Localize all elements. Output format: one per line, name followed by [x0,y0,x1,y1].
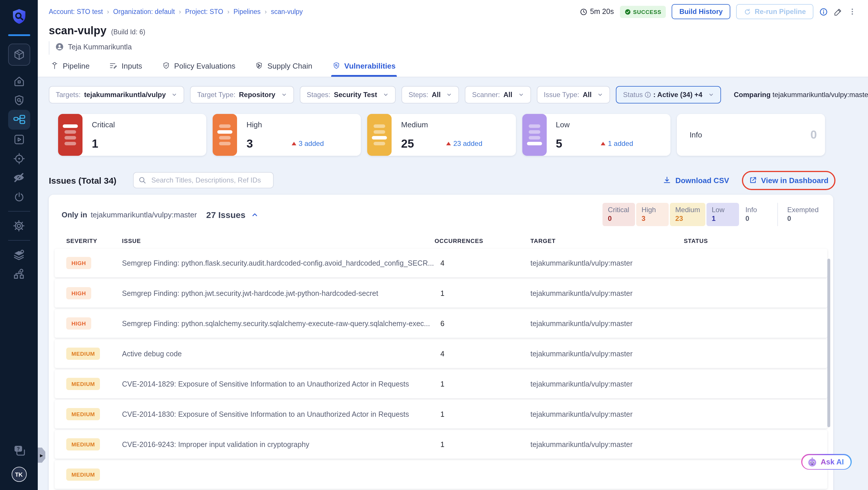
user-avatar[interactable]: TK [11,467,26,482]
col-issue: ISSUE [122,238,435,244]
issue-group-header: Only in tejakummarikuntla/vulpy:master 2… [49,195,833,232]
issues-search-input[interactable] [133,172,274,188]
left-nav-sidebar: ? TK [0,0,38,490]
download-csv-button[interactable]: Download CSV [663,176,729,185]
filter-target-type[interactable]: Target Type:Repository [190,86,294,103]
crosshair-target-icon [12,152,25,165]
col-severity: SEVERITY [66,238,122,244]
low-count: 5 [556,137,562,151]
build-history-button[interactable]: Build History [672,4,730,19]
sidebar-item-executions[interactable] [8,130,30,149]
build-duration: 5m 20s [580,7,614,16]
search-icon [138,176,147,184]
chip-medium[interactable]: Medium23 [670,203,705,226]
check-circle-icon [624,8,631,15]
breadcrumb-organization[interactable]: Organization: default [113,8,175,15]
page-title: scan-vulpy [49,24,106,37]
person-icon [55,42,64,51]
eye-slash-icon [12,171,26,184]
triangle-up-icon [292,142,296,145]
chip-high[interactable]: High3 [637,203,669,226]
module-cube-icon [12,48,25,61]
col-occurrences: OCCURRENCES [435,238,530,244]
rerun-pipeline-button[interactable]: Re-run Pipeline [736,4,813,19]
filter-steps[interactable]: Steps:All [401,86,459,103]
severity-card-info: Info 0 [677,114,825,156]
tab-supply-chain[interactable]: Supply Chain [254,55,313,77]
chip-exempted[interactable]: Exempted0 [777,203,824,226]
more-options-button[interactable] [848,7,857,16]
sidebar-item-home[interactable] [8,71,30,91]
filter-stages[interactable]: Stages:Security Test [300,86,396,103]
module-selector-button[interactable] [8,43,30,66]
low-added-link[interactable]: 1 added [601,140,633,148]
table-row[interactable]: MEDIUM [55,460,827,489]
tab-vulnerabilities[interactable]: Vulnerabilities [331,55,397,77]
sidebar-item-get-started[interactable] [8,187,30,206]
build-author-row: Teja Kummarikuntla [49,41,868,55]
ai-mascot-icon [807,457,817,467]
table-row[interactable]: MEDIUM CVE-2014-1830: Exposure of Sensit… [55,400,827,428]
build-id: (Build Id: 6) [111,29,146,35]
sto-module-logo-icon[interactable] [9,7,28,29]
medium-severity-bar-icon [368,114,392,156]
info-count: 0 [810,128,817,142]
sidebar-item-targets[interactable] [8,149,30,168]
breadcrumb-current[interactable]: scan-vulpy [271,8,303,15]
help-chat-button[interactable]: ? [8,440,30,460]
table-row[interactable]: HIGH Semgrep Finding: python.sqlalchemy.… [55,309,827,338]
sidebar-item-test-targets[interactable] [8,91,30,110]
table-row[interactable]: HIGH Semgrep Finding: python.jwt.securit… [55,279,827,307]
sidebar-item-exemptions[interactable] [8,168,30,187]
executions-play-icon [12,133,25,146]
triangle-up-icon [446,142,451,145]
tab-pipeline[interactable]: Pipeline [50,55,91,77]
severity-badge: MEDIUM [66,347,100,360]
issues-total-title: Issues (Total 34) [49,175,117,185]
ask-ai-button[interactable]: Ask AI [801,454,852,470]
tab-inputs[interactable]: Inputs [108,55,144,77]
chip-info[interactable]: Info0 [740,203,773,226]
table-row[interactable]: MEDIUM Active debug code 4 tejakummariku… [55,339,827,368]
table-row[interactable]: MEDIUM CVE-2014-1829: Exposure of Sensit… [55,370,827,398]
shield-network-icon [255,62,263,70]
table-row[interactable]: HIGH Semgrep Finding: python.flask.secur… [55,249,827,277]
medium-added-link[interactable]: 23 added [446,140,482,148]
severity-badge: MEDIUM [66,408,100,420]
app-window: ? TK ▶ Account: STO test › Organization:… [0,0,868,490]
breadcrumb-project[interactable]: Project: STO [185,8,223,15]
breadcrumb-pipelines[interactable]: Pipelines [234,8,260,15]
chevron-up-icon[interactable] [251,211,259,218]
info-button[interactable] [819,7,828,16]
sidebar-item-project-settings[interactable] [8,216,30,236]
shield-search-icon [12,94,25,106]
edit-pipeline-button[interactable] [834,7,842,16]
sidebar-item-account-resources[interactable] [8,245,30,265]
view-in-dashboard-button[interactable]: View in Dashboard [749,176,829,185]
severity-badge: HIGH [66,317,91,330]
high-added-link[interactable]: 3 added [292,140,324,148]
sidebar-item-org-structure[interactable] [8,265,30,284]
pipelines-icon [12,113,26,127]
filter-status[interactable]: Status : Active (34) +4 [616,86,721,103]
sidebar-item-pipelines[interactable] [8,110,30,130]
table-row[interactable]: MEDIUM CVE-2016-9243: Improper input val… [55,430,827,459]
chevron-down-icon [708,92,714,98]
issues-toolbar: Issues (Total 34) Download CSV [49,172,833,188]
tab-policy-evaluations[interactable]: Policy Evaluations [161,55,237,77]
filter-targets[interactable]: Targets:tejakummarikuntla/vulpy [49,86,184,103]
chip-critical[interactable]: Critical0 [603,203,635,226]
sidebar-divider [8,240,30,241]
filter-issue-type[interactable]: Issue Type:All [537,86,610,103]
breadcrumb-account[interactable]: Account: STO test [49,8,103,15]
chip-low[interactable]: Low1 [707,203,739,226]
table-scrollbar[interactable] [827,259,830,427]
triangle-up-icon [601,142,606,145]
inputs-tab-icon [110,62,118,70]
filter-scanner[interactable]: Scanner:All [465,86,531,103]
severity-chips: Critical0 High3 Medium23 Low1 Info0 [603,203,824,226]
expand-arrow-icon: ▶ [40,453,43,457]
gear-icon [12,219,26,233]
chevron-down-icon [597,92,603,98]
chevron-down-icon [281,92,287,98]
